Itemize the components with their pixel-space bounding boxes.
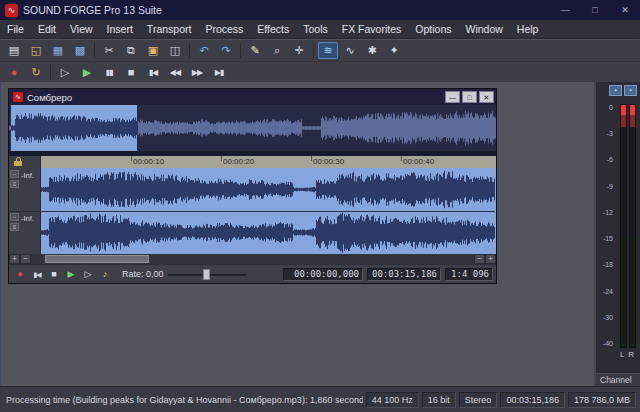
meter-scale-label: -12 bbox=[596, 209, 613, 216]
spectrum-editor-button[interactable]: ≋ bbox=[318, 42, 338, 59]
status-cell: Stereo bbox=[459, 392, 498, 408]
channel-menu-button[interactable]: ≡ bbox=[10, 180, 19, 188]
menu-window[interactable]: Window bbox=[458, 20, 509, 38]
meter-settings-1-button[interactable]: ▪ bbox=[609, 85, 622, 96]
horizontal-scrollbar[interactable]: + − − + bbox=[9, 254, 496, 264]
plugin-chainer-button[interactable]: ✱ bbox=[362, 42, 382, 59]
go-to-end-button[interactable]: ▶▮ bbox=[209, 64, 229, 81]
play-button[interactable]: ▶ bbox=[63, 267, 79, 282]
record-button[interactable]: ● bbox=[12, 267, 28, 282]
menu-transport[interactable]: Transport bbox=[140, 20, 199, 38]
go-to-start-button[interactable]: ▮◀ bbox=[29, 267, 45, 282]
play-all-button[interactable]: ▷ bbox=[80, 267, 96, 282]
file-new-button[interactable]: ▤ bbox=[4, 42, 24, 59]
status-cells: 44 100 Hz16 bitStereo00:03:15,186178 786… bbox=[363, 392, 636, 408]
pause-button[interactable]: ▮▮ bbox=[99, 64, 119, 81]
toolbar-separator bbox=[313, 43, 314, 58]
document-icon: ∿ bbox=[13, 92, 23, 102]
time-ruler[interactable]: 00:00:1000:00:2000:00:3000:00:40 bbox=[41, 156, 496, 168]
waveform-overview-bar[interactable] bbox=[9, 105, 496, 151]
channel-minimize-button[interactable]: − bbox=[10, 170, 19, 178]
document-maximize-button[interactable]: □ bbox=[462, 91, 477, 103]
document-close-button[interactable]: ✕ bbox=[479, 91, 494, 103]
meter-scale-label: -40 bbox=[596, 340, 613, 347]
toolbar-separator bbox=[189, 43, 190, 58]
rate-slider[interactable] bbox=[168, 268, 246, 281]
stop-button[interactable]: ■ bbox=[46, 267, 62, 282]
waveform-graphic bbox=[41, 168, 495, 254]
meter-channel-labels: L R bbox=[618, 350, 636, 359]
menu-help[interactable]: Help bbox=[510, 20, 546, 38]
redo-button[interactable]: ↷ bbox=[216, 42, 236, 59]
menu-edit[interactable]: Edit bbox=[31, 20, 63, 38]
event-tool-button[interactable]: ✛ bbox=[289, 42, 309, 59]
meter-scale-label: -6 bbox=[596, 156, 613, 163]
channel-gain-label[interactable]: -Inf. bbox=[21, 214, 34, 223]
total-length-display[interactable]: 00:03:15,186 bbox=[367, 268, 441, 281]
file-open-button[interactable]: ◱ bbox=[26, 42, 46, 59]
copy-button[interactable]: ⧉ bbox=[121, 42, 141, 59]
forward-button[interactable]: ▶▶ bbox=[187, 64, 207, 81]
document-minimize-button[interactable]: — bbox=[445, 91, 460, 103]
meter-scale-label: -18 bbox=[596, 261, 613, 268]
document-titlebar[interactable]: ∿ Сомбреро — □ ✕ bbox=[9, 89, 496, 105]
close-button[interactable]: ✕ bbox=[610, 0, 640, 20]
play-button[interactable]: ▶ bbox=[77, 64, 97, 81]
audition-button[interactable]: ♪ bbox=[97, 267, 113, 282]
zoom-in-button-right[interactable]: + bbox=[485, 254, 496, 264]
loop-playback-button[interactable]: ↻ bbox=[26, 64, 46, 81]
undo-button[interactable]: ↶ bbox=[194, 42, 214, 59]
zoom-out-button[interactable]: − bbox=[20, 254, 31, 264]
statusbar: Processing time (Building peaks for Gida… bbox=[0, 386, 640, 412]
channel-menu-button[interactable]: ≡ bbox=[10, 223, 19, 231]
file-save-all-button[interactable]: ▩ bbox=[70, 42, 90, 59]
rewind-button[interactable]: ◀◀ bbox=[165, 64, 185, 81]
menu-options[interactable]: Options bbox=[408, 20, 458, 38]
channel-gain-label[interactable]: -Inf. bbox=[21, 171, 34, 180]
go-to-start-button[interactable]: ▮◀ bbox=[143, 64, 163, 81]
zoom-in-button[interactable]: + bbox=[9, 254, 20, 264]
play-all-button[interactable]: ▷ bbox=[55, 64, 75, 81]
maximize-button[interactable]: □ bbox=[580, 0, 610, 20]
cut-button[interactable]: ✂ bbox=[99, 42, 119, 59]
waveform-area[interactable] bbox=[41, 168, 496, 254]
record-button[interactable]: ● bbox=[4, 64, 24, 81]
ruler-tick-mark bbox=[311, 156, 312, 161]
meter-panel-tab[interactable]: Channel bbox=[596, 373, 640, 386]
toolbar-separator bbox=[94, 43, 95, 58]
scrollbar-thumb[interactable] bbox=[45, 255, 149, 263]
stop-button[interactable]: ■ bbox=[121, 64, 141, 81]
status-cell: 00:03:15,186 bbox=[500, 392, 565, 408]
current-position-display[interactable]: 00:00:00,000 bbox=[283, 268, 363, 281]
zoom-out-button-right[interactable]: − bbox=[474, 254, 485, 264]
trim-button[interactable]: ◫ bbox=[165, 42, 185, 59]
status-cell: 44 100 Hz bbox=[366, 392, 419, 408]
channel-meters-panel: ▪▪ 0-3-6-9-12-15-18-24-30-40 L R Channel bbox=[594, 82, 640, 386]
channel-controls-strip: −≡-Inf.−≡-Inf. bbox=[9, 168, 41, 254]
lock-icon[interactable] bbox=[14, 161, 22, 166]
ruler-tick-mark bbox=[221, 156, 222, 161]
menu-fx-favorites[interactable]: FX Favorites bbox=[335, 20, 409, 38]
menu-tools[interactable]: Tools bbox=[296, 20, 335, 38]
zoom-ratio-display[interactable]: 1:4 096 bbox=[445, 268, 493, 281]
meter-db-scale: 0-3-6-9-12-15-18-24-30-40 bbox=[596, 104, 614, 348]
ruler-tick-mark bbox=[131, 156, 132, 161]
menu-file[interactable]: File bbox=[0, 20, 31, 38]
minimize-button[interactable]: — bbox=[550, 0, 580, 20]
status-cell: 178 786,0 MB bbox=[568, 392, 636, 408]
tools-menu-button[interactable]: ✦ bbox=[384, 42, 404, 59]
menu-effects[interactable]: Effects bbox=[250, 20, 296, 38]
menu-insert[interactable]: Insert bbox=[100, 20, 140, 38]
magnify-tool-button[interactable]: ⌕ bbox=[267, 42, 287, 59]
rate-slider-thumb[interactable] bbox=[203, 269, 210, 280]
menu-view[interactable]: View bbox=[63, 20, 100, 38]
menu-process[interactable]: Process bbox=[198, 20, 250, 38]
meter-bar-right bbox=[629, 104, 636, 348]
edit-tool-button[interactable]: ✎ bbox=[245, 42, 265, 59]
waveform-view-button[interactable]: ∿ bbox=[340, 42, 360, 59]
meter-settings-2-button[interactable]: ▪ bbox=[624, 85, 637, 96]
file-save-button[interactable]: ▦ bbox=[48, 42, 68, 59]
rate-label: Rate: 0,00 bbox=[122, 269, 164, 279]
paste-button[interactable]: ▣ bbox=[143, 42, 163, 59]
channel-minimize-button[interactable]: − bbox=[10, 213, 19, 221]
